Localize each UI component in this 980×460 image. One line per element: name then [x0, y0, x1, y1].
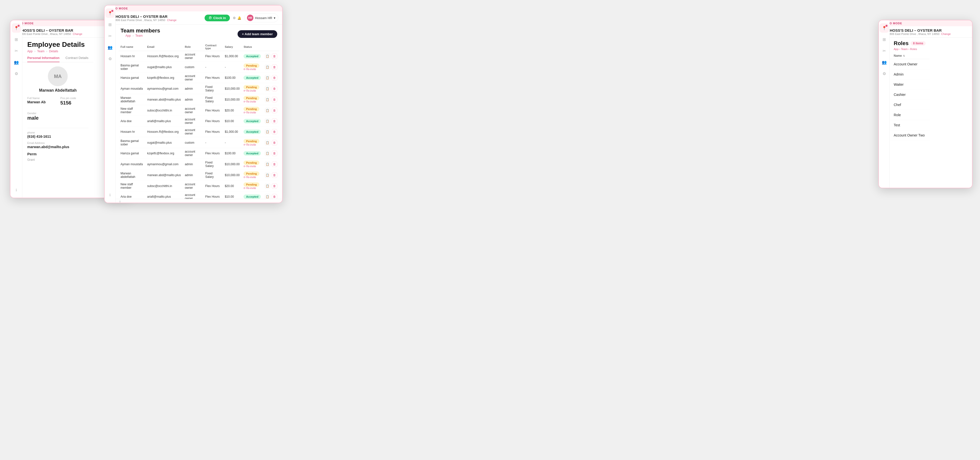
delete-icon[interactable]: 🗑 — [272, 140, 277, 145]
delete-icon[interactable]: 🗑 — [272, 118, 277, 124]
roles-sort-icon[interactable]: ⇅ — [903, 54, 905, 57]
roles-change-link[interactable]: Change — [941, 32, 951, 35]
nav-settings-icon[interactable]: ⚙ — [12, 69, 21, 78]
copy-icon[interactable]: 📋 — [265, 86, 270, 91]
re-invite-link[interactable]: ⟳ Re-invite — [243, 89, 261, 92]
delete-icon[interactable]: 🗑 — [272, 97, 277, 102]
copy-icon[interactable]: 📋 — [265, 97, 270, 102]
status-badge: Pending — [243, 171, 259, 176]
role-item[interactable]: Admin — [890, 69, 930, 79]
delete-icon[interactable]: 🗑 — [272, 173, 277, 178]
role-item[interactable]: Waiter — [890, 79, 930, 90]
roles-panel: DEMO MODE ☰ HOSS'S DELI – OYSTER BAR 806… — [878, 20, 972, 188]
cell-contract: Flex Hours — [203, 192, 223, 199]
copy-icon[interactable]: 📋 — [265, 162, 270, 167]
delete-icon[interactable]: 🗑 — [272, 129, 277, 135]
cell-salary: $1,000.00 — [223, 127, 242, 137]
copy-icon[interactable]: 📋 — [265, 194, 270, 199]
table-row[interactable]: New staff member subsc@occhitthi.in acco… — [119, 105, 279, 116]
copy-icon[interactable]: 📋 — [265, 129, 270, 135]
team-change-link[interactable]: Change — [167, 19, 177, 22]
table-row[interactable]: Ayman moustafa aymanmou@gmail.com admin … — [119, 159, 279, 170]
cell-email: marwan.abd@mailto.plus — [145, 94, 183, 105]
cell-contract: Fixed Salary — [203, 94, 223, 105]
roles-nav-dashboard-icon[interactable]: ⊞ — [880, 35, 889, 44]
table-row[interactable]: Aria doe ariafi@mailto.plus account owne… — [119, 116, 279, 127]
clock-icon: ⏱ — [208, 16, 212, 20]
table-row[interactable]: Ayman moustafa aymanmou@gmail.com admin … — [119, 83, 279, 94]
team-nav-team-icon[interactable]: 👥 — [105, 43, 115, 52]
table-row[interactable]: Hamza gamal kzqetfc@flexbox.org account … — [119, 73, 279, 83]
cell-actions: 📋 🗑 — [263, 105, 279, 116]
copy-icon[interactable]: 📋 — [265, 173, 270, 178]
delete-icon[interactable]: 🗑 — [272, 162, 277, 167]
cell-status: Accepted — [242, 127, 263, 137]
table-row[interactable]: Basma gamal sober xugat@mailto.plus cust… — [119, 137, 279, 148]
table-row[interactable]: New staff member subsc@occhitthi.in acco… — [119, 181, 279, 192]
copy-icon[interactable]: 📋 — [265, 64, 270, 70]
table-row[interactable]: Marwan abdelfattah marwan.abd@mailto.plu… — [119, 94, 279, 105]
tab-personal-info[interactable]: Personal Information — [27, 56, 59, 62]
role-item[interactable]: Account Owner Two — [890, 130, 930, 140]
delete-icon[interactable]: 🗑 — [272, 108, 277, 113]
roles-nav-settings-icon[interactable]: ⚙ — [880, 69, 889, 78]
team-nav-dashboard-icon[interactable]: ⊞ — [105, 20, 115, 29]
copy-icon[interactable]: 📋 — [265, 54, 270, 59]
nav-dashboard-icon[interactable]: ⊞ — [12, 35, 21, 44]
table-row[interactable]: Hamza gamal kzqetfc@flexbox.org account … — [119, 148, 279, 159]
re-invite-link[interactable]: ⟳ Re-invite — [243, 111, 261, 114]
copy-icon[interactable]: 📋 — [265, 108, 270, 113]
nav-tools-icon[interactable]: ✂ — [12, 46, 21, 56]
nav-location-icon[interactable]: 📍 — [12, 23, 21, 33]
delete-icon[interactable]: 🗑 — [272, 75, 277, 81]
table-row[interactable]: Aria doe ariafi@mailto.plus account owne… — [119, 192, 279, 199]
delete-icon[interactable]: 🗑 — [272, 151, 277, 156]
change-link[interactable]: Change — [73, 32, 82, 35]
table-row[interactable]: Basma gamal sober xugat@mailto.plus cust… — [119, 62, 279, 73]
copy-icon[interactable]: 📋 — [265, 183, 270, 189]
user-badge[interactable]: HR Hossam HR ▾ — [244, 13, 278, 22]
re-invite-link[interactable]: ⟳ Re-invite — [243, 143, 261, 146]
team-nav-tools-icon[interactable]: ✂ — [105, 31, 115, 41]
roles-nav-location-icon[interactable]: 📍 — [880, 23, 889, 33]
nav-info-icon[interactable]: ℹ — [12, 185, 21, 195]
table-row[interactable]: Hossam hr Hossom.R@flexbox.org account o… — [119, 51, 279, 62]
role-item[interactable]: Role — [890, 110, 930, 120]
copy-icon[interactable]: 📋 — [265, 151, 270, 156]
team-nav-settings-icon[interactable]: ⚙ — [105, 54, 115, 63]
cell-role: admin — [183, 94, 203, 105]
clock-in-button[interactable]: ⏱ Clock in — [205, 14, 230, 21]
re-invite-link[interactable]: ⟳ Re-invite — [243, 100, 261, 103]
role-item[interactable]: Chef — [890, 100, 930, 110]
re-invite-link[interactable]: ⟳ Re-invite — [243, 176, 261, 179]
roles-side-navigation: 📍 ⊞ ✂ 👥 ⚙ — [879, 20, 890, 188]
delete-icon[interactable]: 🗑 — [272, 64, 277, 70]
fullname-value: Marwan Ab — [27, 100, 55, 104]
re-invite-link[interactable]: ⟳ Re-invite — [243, 68, 261, 71]
re-invite-link[interactable]: ⟳ Re-invite — [243, 165, 261, 168]
delete-icon[interactable]: 🗑 — [272, 194, 277, 199]
status-badge: Pending — [243, 107, 259, 111]
delete-icon[interactable]: 🗑 — [272, 54, 277, 59]
role-item[interactable]: Account Owner — [890, 59, 930, 69]
delete-icon[interactable]: 🗑 — [272, 183, 277, 189]
settings-icon[interactable]: ⚙ — [233, 16, 236, 20]
re-invite-link[interactable]: ⟳ Re-invite — [243, 187, 261, 189]
table-row[interactable]: Hossam hr Hossom.R@flexbox.org account o… — [119, 127, 279, 137]
table-row[interactable]: Marwan abdelfattah marwan.abd@mailto.plu… — [119, 170, 279, 181]
roles-nav-team-icon[interactable]: 👥 — [880, 57, 889, 67]
nav-team-icon[interactable]: 👥 — [12, 57, 21, 67]
tab-contract-details[interactable]: Contract Details — [65, 56, 88, 62]
copy-icon[interactable]: 📋 — [265, 118, 270, 124]
copy-icon[interactable]: 📋 — [265, 75, 270, 81]
add-team-member-button[interactable]: + Add team member — [237, 30, 277, 38]
team-nav-location-icon[interactable]: 📍 — [105, 8, 115, 18]
delete-icon[interactable]: 🗑 — [272, 86, 277, 91]
team-header: Team members App › Team + Add team membe… — [116, 25, 282, 42]
copy-icon[interactable]: 📋 — [265, 140, 270, 145]
role-item[interactable]: Cashier — [890, 90, 930, 100]
role-item[interactable]: Test — [890, 120, 930, 130]
notification-icon[interactable]: 🔔 — [237, 16, 241, 20]
team-nav-info-icon[interactable]: ℹ — [105, 190, 115, 200]
roles-nav-tools-icon[interactable]: ✂ — [880, 46, 889, 56]
